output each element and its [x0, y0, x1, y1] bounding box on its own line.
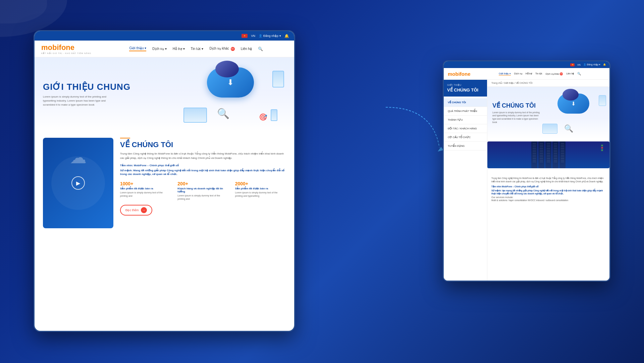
tablet-nav-hotro[interactable]: Hỗ trợ: [526, 72, 532, 75]
server-image: [487, 141, 609, 168]
read-more-label: Đọc thêm: [125, 208, 139, 212]
tablet-hero-text: VỀ CHÚNG TÔI Lorem ipsum is simply dummy…: [487, 97, 609, 129]
server-lights: [601, 145, 603, 151]
server-rack-1: [531, 141, 537, 168]
tablet-sidebar: Giới thiệu VỀ CHÚNG TÔI VỀ CHÚNG TÔI QUÁ…: [444, 80, 487, 281]
sidebar-item-qua-trinh[interactable]: QUÁ TRÌNH PHÁT TRIỂN: [444, 107, 487, 116]
server-racks: [531, 141, 566, 168]
tablet-logo-text: mobifone: [448, 71, 471, 77]
tablet-services-label: Our services include:: [491, 196, 605, 198]
tablet-mission: Sứ mệnh: tạo mang tới những giải pháp Cô…: [491, 189, 605, 195]
tablet-mockup: VN 👤 Đăng nhập ▾ 🔔 mobifone Giới thiệu ▾…: [443, 60, 610, 282]
nav-item-lienhe[interactable]: Liên hệ: [241, 47, 252, 51]
tablet-nav-items: Giới thiệu ▾ Dịch vụ Hỗ trợ Tin tức Dịch…: [475, 72, 605, 75]
tablet-hero-desc: Lorem ipsum is simply dummy text of the …: [492, 111, 543, 124]
tablet-about-desc: Trung tâm Công nghệ thông tin MobiFone l…: [491, 177, 605, 183]
play-button[interactable]: ▶: [71, 176, 85, 190]
stat-desc-2: Lorem ipsum is simply dummy text of the …: [177, 194, 228, 201]
laptop-top-bar: VN 👤 Đăng nhập ▾ 🔔: [35, 31, 294, 41]
sidebar-header: Giới thiệu VỀ CHÚNG TÔI: [444, 80, 487, 97]
laptop-navbar: mobifone KẾT NỐI GIÁ TRỊ - KHO BẤT TIÊM …: [35, 41, 294, 57]
stat-label-2: Khách hàng và doanh nghiệp đã tin tưởng: [177, 187, 228, 193]
arrow-connector: [382, 104, 449, 154]
stat-num-3: 2000+: [235, 181, 286, 186]
sidebar-items: VỀ CHÚNG TÔI QUÁ TRÌNH PHÁT TRIỂN THÀNH …: [444, 97, 487, 152]
server-rack-5: [559, 141, 566, 168]
stat-desc-3: Lorem ipsum is simply dummy text of the …: [235, 191, 286, 198]
logo-sub: KẾT NỐI GIÁ TRỊ - KHO BẤT TIÊM NĂNG: [41, 52, 91, 54]
sidebar-tag: Giới thiệu: [447, 84, 484, 86]
server-light-1: [601, 145, 603, 146]
hero-illustration: 🔍 🎯: [180, 61, 287, 128]
phone-device-icon: [271, 109, 277, 121]
search-device-icon: 🔍: [217, 108, 229, 119]
cloud-scene: 🔍 🎯: [180, 61, 287, 128]
about-tag-line: [120, 138, 130, 138]
tablet-frame: VN 👤 Đăng nhập ▾ 🔔 mobifone Giới thiệu ▾…: [443, 60, 610, 282]
stat-label-3: Sản phẩm đã được bán ra: [235, 187, 286, 190]
tablet-flag-icon: [570, 63, 575, 66]
main-container: VN 👤 Đăng nhập ▾ 🔔 mobifone KẾT NỐI GIÁ: [0, 0, 644, 363]
stat-num-1: 1000+: [120, 181, 171, 186]
tablet-login[interactable]: 👤 Đăng nhập ▾: [583, 63, 600, 66]
sidebar-item-tuyen-dung[interactable]: TUYỂN DỤNG: [444, 142, 487, 150]
stat-item-1: 1000+ Sản phẩm đã được bán ra Lorem ipsu…: [120, 181, 171, 201]
bell-icon[interactable]: 🔔: [284, 34, 289, 38]
server-light-3: [601, 149, 603, 151]
logo[interactable]: mobifone KẾT NỐI GIÁ TRỊ - KHO BẤT TIÊM …: [41, 43, 91, 54]
tablet-top-bar: VN 👤 Đăng nhập ▾ 🔔: [444, 61, 609, 68]
server-rack-2: [538, 141, 544, 168]
tablet-services-items: Multi & solutions / layer consolidation …: [491, 199, 605, 201]
server-rack-4: [552, 141, 558, 168]
tablet-hero-title: VỀ CHÚNG TÔI: [492, 102, 604, 109]
about-desc: Trung tâm Công nghệ thông tin MobiFone l…: [120, 152, 286, 161]
tablet-about: Trung tâm Công nghệ thông tin MobiFone l…: [487, 171, 609, 205]
badge-dichvukhac: 60: [231, 47, 235, 51]
laptop-frame: VN 👤 Đăng nhập ▾ 🔔 mobifone KẾT NỐI GIÁ: [34, 30, 295, 332]
nav-item-tintuc[interactable]: Tin tức ▾: [191, 47, 204, 51]
sidebar-item-doi-tac[interactable]: ĐỐI TÁC / KHÁCH HÀNG: [444, 124, 487, 133]
tablet-navbar: mobifone Giới thiệu ▾ Dịch vụ Hỗ trợ Tin…: [444, 68, 609, 80]
nav-item-hotro[interactable]: Hỗ trợ ▾: [173, 47, 185, 51]
tablet-badge: 60: [560, 72, 563, 75]
tablet-nav-dichvu[interactable]: Dịch vụ: [514, 72, 522, 75]
laptop-hero: GIỚI THIỆU CHUNG Lorem ipsum is simply d…: [35, 57, 294, 131]
arrow-svg: [382, 104, 449, 154]
stats-row: 1000+ Sản phẩm đã được bán ra Lorem ipsu…: [120, 181, 286, 201]
stat-item-3: 2000+ Sản phẩm đã được bán ra Lorem ipsu…: [235, 181, 286, 201]
tablet-nav-gioithieu[interactable]: Giới thiệu ▾: [499, 72, 511, 75]
breadcrumb: Trang chủ / Giới thiệu / VỀ CHÚNG TÔI: [487, 80, 609, 87]
tablet-vision: Tầm nhìn MobiFone – Chinh phục thế giới …: [491, 185, 605, 188]
tablet-nav-dichvukhac[interactable]: Dịch vụ khác 60: [546, 72, 563, 75]
nav-item-dichvu[interactable]: Dịch vụ ▾: [152, 47, 166, 51]
cloud-main-icon: [207, 67, 254, 98]
nav-item-dichvukhac[interactable]: Dịch vụ khác 60: [209, 47, 234, 51]
tablet-logo[interactable]: mobifone: [448, 71, 471, 77]
tablet-language: VN: [577, 64, 581, 66]
search-icon[interactable]: 🔍: [258, 47, 263, 51]
about-title: VỀ CHÚNG TÔI: [120, 140, 286, 149]
target-icon: 🎯: [259, 113, 267, 121]
nav-item-gioithieu[interactable]: Giới thiệu ▾: [129, 46, 146, 51]
tablet-nav-tintuc[interactable]: Tin tức: [535, 72, 542, 75]
tablet-bell-icon[interactable]: 🔔: [603, 63, 606, 66]
tablet-content: Giới thiệu VỀ CHÚNG TÔI VỀ CHÚNG TÔI QUÁ…: [444, 80, 609, 281]
tablet-website: VN 👤 Đăng nhập ▾ 🔔 mobifone Giới thiệu ▾…: [444, 61, 609, 281]
sidebar-title: VỀ CHÚNG TÔI: [447, 87, 484, 93]
flag-icon: [241, 34, 248, 38]
about-mission: Sứ mệnh: Mang tới những giải pháp Công n…: [120, 169, 286, 176]
stat-label-1: Sản phẩm đã được bán ra: [120, 187, 171, 190]
laptop-about-section: ☁ ▶ VỀ CHÚNG TÔI Trung tâm Công nghệ thô…: [35, 131, 294, 235]
tablet-nav-lienhe[interactable]: Liên hệ: [566, 72, 574, 75]
sidebar-item-co-cau[interactable]: CƠ CẤU TỔ CHỨC: [444, 133, 487, 142]
login-text[interactable]: 👤 Đăng nhập ▾: [259, 34, 281, 38]
sidebar-item-thanh-tuu[interactable]: THÀNH TỰU: [444, 116, 487, 124]
read-more-button[interactable]: Đọc thêm →: [120, 205, 152, 216]
server-rack-3: [545, 141, 551, 168]
about-text: VỀ CHÚNG TÔI Trung tâm Công nghệ thông t…: [120, 138, 286, 228]
cloud-video-icon: ☁: [70, 148, 87, 167]
tablet-search-icon[interactable]: 🔍: [577, 72, 581, 75]
about-video[interactable]: ☁ ▶: [43, 138, 113, 228]
stat-num-2: 200+: [177, 181, 228, 186]
sidebar-item-ve-chung-toi[interactable]: VỀ CHÚNG TÔI: [444, 98, 487, 107]
